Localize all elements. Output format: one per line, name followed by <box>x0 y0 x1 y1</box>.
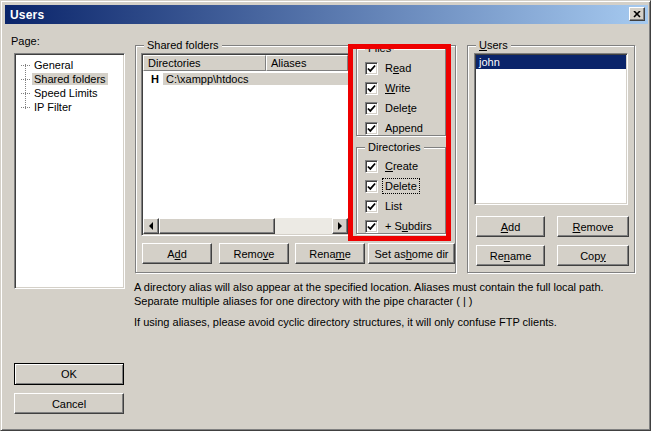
red-highlight-annotation <box>348 44 451 241</box>
tree-branch-icon <box>21 79 30 80</box>
tree-branch-icon <box>21 65 30 66</box>
scroll-right-button[interactable] <box>332 218 348 234</box>
scrollbar-thumb[interactable] <box>159 218 275 234</box>
close-button[interactable] <box>629 7 645 21</box>
arrow-right-icon <box>338 222 346 230</box>
user-rename-button[interactable]: Rename <box>476 245 545 266</box>
tree-branch-icon <box>21 93 30 94</box>
users-list[interactable]: john <box>474 53 628 205</box>
sidebar-item-ip-filter[interactable]: IP Filter <box>21 100 122 114</box>
list-header: Directories Aliases <box>143 55 348 71</box>
users-group-label: Users <box>476 39 511 51</box>
user-add-button[interactable]: Add <box>476 216 545 237</box>
set-as-home-dir-button[interactable]: Set as home dir <box>368 243 455 264</box>
user-copy-button[interactable]: Copy <box>557 245 629 266</box>
folder-remove-button[interactable]: Remove <box>219 243 289 264</box>
column-header-directories[interactable]: Directories <box>143 55 266 71</box>
folder-path: C:\xampp\htdocs <box>163 73 348 85</box>
alias-help-paragraph-1: A directory alias will also appear at th… <box>134 280 651 308</box>
sidebar-item-shared-folders[interactable]: Shared folders <box>21 72 122 86</box>
tree-branch-icon <box>21 107 30 108</box>
horizontal-scrollbar[interactable] <box>143 218 348 234</box>
scroll-left-button[interactable] <box>143 218 159 234</box>
alias-help-text: A directory alias will also appear at th… <box>134 280 651 329</box>
ok-button[interactable]: OK <box>14 363 124 385</box>
sidebar-item-speed-limits[interactable]: Speed Limits <box>21 86 122 100</box>
users-dialog: Users Page: General Shared folders Speed… <box>0 0 651 431</box>
sidebar-item-general[interactable]: General <box>21 58 122 72</box>
close-icon <box>633 11 641 18</box>
user-remove-button[interactable]: Remove <box>557 216 629 237</box>
folder-add-button[interactable]: Add <box>142 243 212 264</box>
cancel-button[interactable]: Cancel <box>14 393 124 414</box>
alias-help-paragraph-2: If using aliases, please avoid cyclic di… <box>134 315 651 329</box>
user-row-john[interactable]: john <box>476 55 626 69</box>
shared-folders-list[interactable]: Directories Aliases H C:\xampp\htdocs <box>141 53 350 236</box>
titlebar: Users <box>5 5 648 24</box>
arrow-left-icon <box>145 222 153 230</box>
page-tree[interactable]: General Shared folders Speed Limits IP F… <box>14 53 125 289</box>
folder-rename-button[interactable]: Rename <box>295 243 365 264</box>
shared-folders-group-label: Shared folders <box>144 39 222 51</box>
folder-row[interactable]: H C:\xampp\htdocs <box>143 71 348 86</box>
page-label: Page: <box>11 35 40 47</box>
window-title: Users <box>10 8 44 22</box>
home-dir-marker: H <box>151 73 159 85</box>
column-header-aliases[interactable]: Aliases <box>266 55 348 71</box>
